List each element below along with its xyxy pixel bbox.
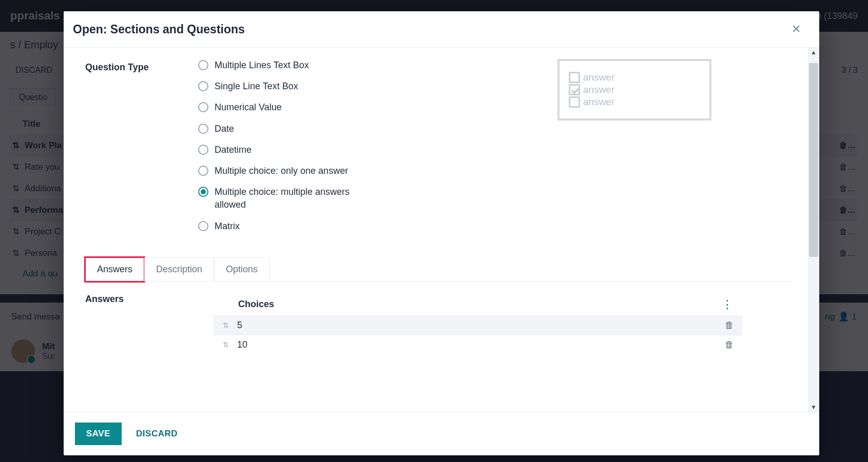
discard-button[interactable]: DISCARD <box>136 429 178 439</box>
checkbox-icon <box>569 72 580 83</box>
choice-value[interactable]: 5 <box>233 320 722 331</box>
radio-icon <box>198 221 208 231</box>
choice-value[interactable]: 10 <box>233 339 722 350</box>
radio-icon <box>198 145 208 155</box>
radio-icon <box>198 102 208 112</box>
close-icon[interactable]: ✕ <box>787 21 805 38</box>
save-button[interactable]: SAVE <box>75 423 122 445</box>
trash-icon[interactable]: 🗑 <box>722 339 737 350</box>
checkbox-icon <box>569 96 580 108</box>
question-type-radios: Multiple Lines Text Box Single Line Text… <box>198 59 409 233</box>
radio-icon <box>198 60 208 70</box>
modal-footer: SAVE DISCARD <box>64 412 819 455</box>
answers-label: Answers <box>85 294 208 354</box>
vertical-scrollbar[interactable]: ▲ ▼ <box>808 48 819 412</box>
choices-header: Choices <box>219 299 718 310</box>
radio-single-line-text-box[interactable]: Single Line Text Box <box>198 80 409 93</box>
radio-date[interactable]: Date <box>198 123 409 135</box>
tab-description[interactable]: Description <box>144 257 214 282</box>
drag-handle-icon[interactable]: ⇅ <box>219 340 233 349</box>
tab-options[interactable]: Options <box>214 257 269 282</box>
scroll-up-icon[interactable]: ▲ <box>811 48 817 57</box>
question-type-label: Question Type <box>85 59 193 73</box>
modal-title: Open: Sections and Questions <box>73 23 245 36</box>
radio-icon <box>198 124 208 134</box>
scroll-track[interactable] <box>808 57 819 403</box>
choice-row[interactable]: ⇅ 5 🗑 <box>214 315 742 335</box>
radio-datetime[interactable]: Datetime <box>198 144 409 156</box>
tab-answers[interactable]: Answers <box>85 257 144 282</box>
scroll-down-icon[interactable]: ▼ <box>811 403 817 412</box>
kebab-icon[interactable]: ⋮ <box>718 298 737 311</box>
tabs: Answers Description Options <box>85 257 794 282</box>
radio-icon <box>198 187 208 197</box>
radio-icon <box>198 166 208 176</box>
checkbox-checked-icon <box>569 84 580 95</box>
modal-header: Open: Sections and Questions ✕ <box>64 11 819 48</box>
radio-matrix[interactable]: Matrix <box>198 220 409 233</box>
radio-multiple-choice-one[interactable]: Multiple choice: only one answer <box>198 165 409 177</box>
question-type-preview: answer answer answer <box>557 59 711 120</box>
scroll-thumb[interactable] <box>809 63 818 257</box>
trash-icon[interactable]: 🗑 <box>722 320 737 331</box>
radio-numerical-value[interactable]: Numerical Value <box>198 101 409 114</box>
choices-table: Choices ⋮ ⇅ 5 🗑 ⇅ 10 🗑 <box>214 294 742 354</box>
choice-row[interactable]: ⇅ 10 🗑 <box>214 335 742 354</box>
radio-multiple-choice-multiple[interactable]: Multiple choice: multiple answers allowe… <box>198 186 409 211</box>
radio-multiple-lines-text-box[interactable]: Multiple Lines Text Box <box>198 59 409 72</box>
radio-icon <box>198 81 208 91</box>
drag-handle-icon[interactable]: ⇅ <box>219 321 233 329</box>
modal-dialog: Open: Sections and Questions ✕ Question … <box>64 11 819 455</box>
modal-body: Question Type Multiple Lines Text Box Si… <box>64 48 808 412</box>
